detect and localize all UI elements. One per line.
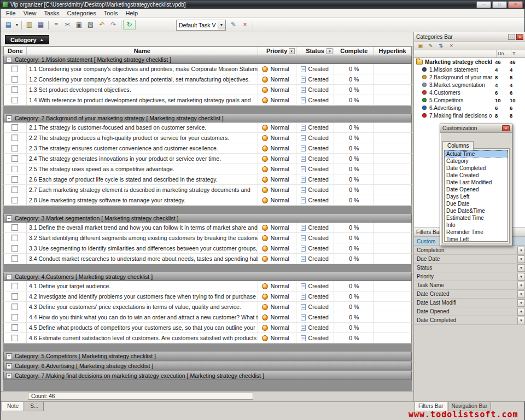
tree-item[interactable]: 5.Competitors1010 bbox=[414, 96, 525, 104]
task-row[interactable]: 1.2 Considering your company's capacitie… bbox=[3, 74, 412, 85]
title-bar[interactable]: Vip organizer [C:\Users\dmitry\Desktop\M… bbox=[1, 1, 524, 9]
chevron-down-icon[interactable]: ▼ bbox=[218, 21, 225, 30]
filter-row[interactable]: Status▼ bbox=[414, 264, 525, 272]
task-done-checkbox[interactable] bbox=[11, 145, 18, 151]
task-done-checkbox[interactable] bbox=[11, 304, 18, 310]
tree-item-root[interactable]: Marketing strategy checkl4646 bbox=[414, 58, 525, 66]
delete-category-icon[interactable]: × bbox=[447, 42, 456, 50]
column-header-done[interactable]: Done bbox=[4, 47, 27, 55]
menu-item-categories[interactable]: Categories bbox=[63, 9, 100, 17]
task-row[interactable]: 3.1 Define the overall market trend and … bbox=[3, 223, 412, 233]
task-row[interactable]: 2.8 Use marketing strategy software to m… bbox=[3, 195, 412, 206]
category-group-header[interactable]: −Category: 3.Market segmentation [ Marke… bbox=[3, 214, 412, 223]
chevron-down-icon[interactable]: ▼ bbox=[517, 255, 525, 263]
add-note-icon[interactable]: ▥ bbox=[24, 20, 35, 30]
column-header-name[interactable]: Name bbox=[27, 47, 258, 55]
task-done-checkbox[interactable] bbox=[11, 255, 18, 262]
minimize-button[interactable]: ─ bbox=[476, 1, 491, 8]
category-group-header[interactable]: +Category: 7.Making final decisions on m… bbox=[3, 371, 412, 380]
collapse-icon[interactable]: − bbox=[6, 57, 12, 63]
tab-note[interactable]: Note bbox=[2, 402, 24, 411]
column-header-hyperlink[interactable]: Hyperlink bbox=[374, 47, 411, 55]
task-row[interactable]: 2.7 Each marketing strategy element is d… bbox=[3, 185, 412, 195]
close-panel-icon[interactable]: × bbox=[516, 34, 523, 40]
chevron-down-icon[interactable]: ▼ bbox=[517, 264, 525, 272]
chevron-down-icon[interactable]: ▼ bbox=[517, 282, 525, 289]
category-group-header[interactable]: −Category: 2.Background of your marketin… bbox=[3, 114, 412, 122]
task-row[interactable]: 4.4 How do you think what you can do to … bbox=[3, 312, 412, 323]
customization-titlebar[interactable]: Customization × bbox=[440, 124, 512, 133]
chevron-down-icon[interactable]: ▼ bbox=[517, 308, 525, 316]
category-group-header[interactable]: +Category: 6.Advertising [ Marketing str… bbox=[3, 361, 412, 370]
task-done-checkbox[interactable] bbox=[11, 176, 18, 183]
filter-row[interactable]: Due Date▼ bbox=[414, 255, 525, 264]
copy-icon[interactable]: ▣ bbox=[73, 20, 85, 30]
collapse-icon[interactable]: − bbox=[6, 274, 12, 280]
task-done-checkbox[interactable] bbox=[11, 186, 18, 193]
task-done-checkbox[interactable] bbox=[11, 224, 18, 231]
task-view-combo[interactable]: Default Task V▼ bbox=[176, 20, 226, 31]
close-button[interactable]: × bbox=[508, 1, 523, 8]
task-done-checkbox[interactable] bbox=[11, 197, 18, 203]
column-header-complete[interactable]: Complete bbox=[334, 47, 374, 55]
column-header-priority[interactable]: Priority▼ bbox=[258, 47, 296, 55]
edit-category-icon[interactable]: ✎ bbox=[426, 42, 435, 50]
columns-option[interactable]: Due Date&Time bbox=[445, 207, 508, 214]
edit-view-icon[interactable]: ✎ bbox=[228, 20, 240, 30]
filter-row[interactable]: Completion▼ bbox=[414, 246, 525, 255]
tab-s[interactable]: S... bbox=[25, 402, 44, 411]
menu-item-view[interactable]: View bbox=[20, 9, 40, 17]
paste-icon[interactable]: ▧ bbox=[85, 20, 96, 30]
task-done-checkbox[interactable] bbox=[11, 124, 18, 131]
menu-item-tasks[interactable]: Tasks bbox=[40, 9, 63, 17]
column-header-total[interactable]: T... bbox=[511, 50, 525, 57]
columns-option[interactable]: Days Left bbox=[445, 193, 508, 200]
chevron-down-icon[interactable]: ▼ bbox=[517, 273, 525, 281]
column-header-status[interactable]: Status▼ bbox=[296, 47, 335, 55]
filter-dropdown-icon[interactable]: ▼ bbox=[326, 48, 332, 54]
collapse-icon[interactable]: − bbox=[6, 115, 12, 121]
tab-columns[interactable]: Columns bbox=[442, 141, 474, 150]
columns-option[interactable]: Info bbox=[445, 221, 508, 229]
task-row[interactable]: 2.1 The strategy is customer-focused and… bbox=[3, 122, 412, 133]
filter-row[interactable]: Date Created▼ bbox=[414, 290, 525, 299]
columns-option[interactable]: Date Created bbox=[445, 172, 508, 179]
refresh-icon[interactable]: ↻ bbox=[123, 20, 136, 30]
columns-option[interactable]: Reminder Time bbox=[445, 229, 508, 236]
task-done-checkbox[interactable] bbox=[11, 293, 18, 300]
tree-item[interactable]: 1.Mission statement44 bbox=[414, 66, 525, 73]
task-row[interactable]: 4.5 Define what products of competitors … bbox=[3, 323, 412, 333]
task-row[interactable]: 4.2 Investigate and identify problems yo… bbox=[3, 291, 412, 302]
task-row[interactable]: 3.2 Start identifying different segments… bbox=[3, 233, 412, 243]
chevron-down-icon[interactable]: ▼ bbox=[517, 290, 525, 298]
filter-preset-label[interactable]: Custom bbox=[417, 238, 435, 244]
category-group-header[interactable]: +Category: 5.Competitors [ Marketing str… bbox=[3, 352, 412, 360]
expand-icon[interactable]: + bbox=[6, 353, 12, 359]
task-done-checkbox[interactable] bbox=[11, 135, 18, 141]
task-row[interactable]: 4.6 Estimate current satisfaction level … bbox=[3, 333, 412, 343]
tree-item[interactable]: 6.Advertising66 bbox=[414, 104, 525, 112]
delete-view-icon[interactable]: × bbox=[240, 20, 251, 30]
columns-option[interactable]: Actual Time bbox=[445, 150, 508, 158]
maximize-button[interactable]: □ bbox=[492, 1, 507, 8]
tree-item[interactable]: 3.Market segmentation44 bbox=[414, 81, 525, 89]
columns-option[interactable]: Due Date bbox=[445, 200, 508, 207]
close-icon[interactable]: × bbox=[502, 125, 510, 131]
undo-icon[interactable]: ↶ bbox=[96, 20, 108, 30]
collapse-icon[interactable]: − bbox=[6, 215, 12, 221]
menu-item-tools[interactable]: Tools bbox=[100, 9, 122, 17]
filter-row[interactable]: Task Name▼ bbox=[414, 281, 525, 290]
chevron-down-icon[interactable]: ▼ bbox=[517, 299, 525, 307]
task-done-checkbox[interactable] bbox=[11, 314, 18, 320]
task-done-checkbox[interactable] bbox=[11, 166, 18, 172]
tree-item[interactable]: 4.Customers66 bbox=[414, 89, 525, 96]
task-done-checkbox[interactable] bbox=[11, 97, 18, 103]
columns-option[interactable]: Time Left bbox=[445, 236, 508, 242]
task-row[interactable]: 2.2 The strategy produces a high-quality… bbox=[3, 133, 412, 143]
task-row[interactable]: 3.3 Use segmenting to identify similarit… bbox=[3, 243, 412, 254]
column-header-uncompleted[interactable]: Un... bbox=[496, 50, 511, 57]
filter-dropdown-icon[interactable]: ▼ bbox=[289, 48, 295, 54]
task-done-checkbox[interactable] bbox=[11, 66, 18, 72]
task-done-checkbox[interactable] bbox=[11, 235, 18, 241]
columns-option[interactable]: Estimated Time bbox=[445, 214, 508, 221]
